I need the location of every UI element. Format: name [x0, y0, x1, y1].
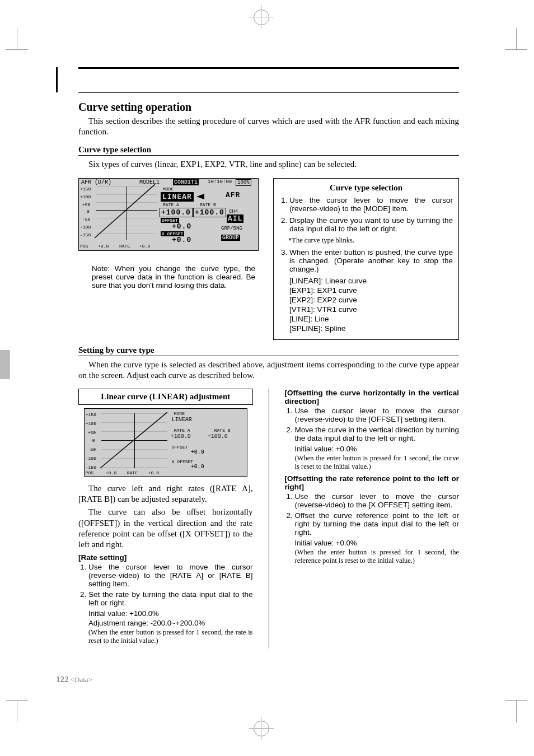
ytick: +150	[80, 186, 91, 192]
rate-initial: Initial value: +100.0%	[88, 609, 253, 618]
setting-by-curve-line: When the curve type is selected as descr…	[78, 360, 459, 381]
rate-setting-heading: [Rate setting]	[78, 553, 253, 562]
panel-step: Display the curve you want to use by tur…	[289, 216, 453, 233]
lcd-batt: 100%	[236, 179, 251, 186]
lcd-pos-value: +0.0	[98, 244, 109, 249]
curve-type-selection-line: Six types of curves (linear, EXP1, EXP2,…	[78, 159, 459, 170]
ytick: 0	[92, 438, 95, 443]
lcd-ail: AIL	[227, 214, 243, 223]
curve-change-note: Note: When you change the curve type, th…	[78, 262, 257, 292]
section-title: Curve setting operation	[78, 101, 459, 114]
lcd-rate-label: RATE	[119, 244, 130, 249]
xoffset-heading: [Offsetting the rate reference point to …	[285, 474, 460, 491]
ytick: -100	[86, 456, 96, 461]
lcd-clock: 10:10:00	[208, 179, 232, 185]
column-separator	[269, 389, 269, 648]
panel-step: Use the cursor lever to move the cursor …	[289, 196, 453, 213]
rate-step: Use the cursor lever to move the cursor …	[88, 563, 253, 588]
lcd2-rate-value: +0.0	[148, 470, 159, 475]
lcd2-mode-value: LINEAR	[172, 417, 192, 423]
ytick: +50	[82, 202, 90, 207]
ytick: +100	[86, 421, 96, 426]
xoffset-reset-note: (When the enter button is pressed for 1 …	[295, 548, 460, 565]
curve-type-selection-panel: Curve type selection Use the cursor leve…	[273, 178, 459, 340]
lcd2-pos-value: +0.0	[106, 470, 116, 475]
page-footer: 122 <Data>	[56, 675, 92, 684]
svg-line-1	[100, 412, 167, 468]
curve-line-icon	[89, 184, 155, 240]
lcd-ch: CH4	[229, 209, 238, 214]
lcd-screenshot-linear: +150 +100 +50 0 -50 -100 -150 MODE LINEA…	[84, 408, 247, 477]
xoffset-step: Offset the curve reference point to the …	[295, 511, 460, 536]
curve-option: [LINEAR]: Linear curve	[289, 277, 453, 285]
panel-step: When the enter button is pushed, the cur…	[289, 248, 453, 273]
panel-title: Curve type selection	[279, 183, 453, 193]
header-rule-thin	[78, 92, 459, 93]
ytick: -150	[80, 232, 91, 237]
ytick: -150	[86, 465, 96, 470]
lcd-mode-value: LINEAR	[161, 192, 194, 202]
lcd-xoffset-value: +0.0	[172, 236, 191, 244]
lcd-afr-tag: AFR	[226, 191, 240, 199]
svg-line-0	[95, 184, 155, 238]
offset-step: Use the cursor lever to move the cursor …	[295, 407, 460, 423]
lcd2-rate-a-value: +100.0	[171, 433, 191, 440]
curve-type-selection-heading: Curve type selection	[78, 145, 459, 156]
lcd2-pos-label: POS	[86, 470, 93, 475]
offset-initial: Initial value: +0.0%	[295, 445, 460, 453]
lcd2-xoffset-label: X OFFSET	[172, 459, 193, 464]
lcd-grpsng: GRP/SNG	[221, 226, 242, 231]
lcd-rate-value: +0.0	[139, 244, 150, 249]
curve-line-icon	[96, 412, 167, 469]
lcd2-rate-b-label: RATE B	[214, 428, 231, 433]
lcd-rate-b-label: RATE B	[200, 202, 216, 207]
intro-text: This section describes the setting proce…	[78, 116, 459, 137]
panel-blink-note: *The curve type blinks.	[288, 236, 453, 245]
setting-by-curve-heading: Setting by curve type	[78, 346, 459, 356]
rate-range: Adjustment range: -200.0~+200.0%	[88, 619, 253, 627]
lcd2-xoffset-value: +0.0	[191, 464, 204, 470]
lcd-rate-a-value: +100.0	[160, 208, 193, 217]
lcd-title-mid: MODEL1	[139, 179, 160, 185]
xoffset-step: Use the cursor lever to move the cursor …	[295, 492, 460, 509]
header-rule-thick	[78, 67, 459, 69]
ytick: +150	[86, 412, 96, 417]
footer-section: <Data>	[71, 675, 92, 684]
lcd-group: GROUP	[221, 235, 240, 241]
offset-step: Move the curve in the vertical direction…	[295, 426, 460, 442]
header-vrule	[56, 67, 58, 92]
curve-option: [VTR1]: VTR1 curve	[289, 305, 453, 314]
page-tab	[0, 350, 10, 379]
ytick: +50	[88, 430, 96, 435]
ytick: -50	[88, 447, 96, 452]
ytick: +100	[80, 194, 91, 199]
lcd2-rate-b-value: +100.0	[208, 433, 228, 440]
ytick: -50	[82, 217, 90, 222]
page-number: 122	[56, 675, 69, 684]
lcd-title-left: AFR (D/R)	[81, 179, 111, 185]
curve-option: [EXP2]: EXP2 curve	[289, 296, 453, 304]
arrow-left-icon	[196, 194, 204, 201]
curve-option: [EXP1]: EXP1 curve	[289, 286, 453, 295]
lcd2-rate-a-label: RATE A	[174, 428, 190, 433]
lcd-condition: CONDIT1	[173, 179, 199, 185]
lcd-pos-label: POS	[80, 244, 88, 249]
lcd-screenshot-afr: AFR (D/R) MODEL1 CONDIT1 10:10:00 100% +…	[78, 178, 259, 251]
offset-vertical-heading: [Offsetting the curve horizontally in th…	[285, 389, 460, 405]
lcd2-offset-value: +0.0	[191, 449, 204, 455]
lcd-rate-a-label: RATE A	[163, 202, 179, 207]
lcd2-offset-label: OFFSET	[172, 445, 188, 450]
curve-option: [LINE]: Line	[289, 315, 453, 323]
linear-p2: The curve can also be offset horizontall…	[78, 507, 253, 550]
curve-option: [SPLINE]: Spline	[289, 324, 453, 333]
linear-adjustment-title: Linear curve (LINEAR) adjustment	[78, 389, 253, 405]
lcd-offset-value: +0.0	[172, 222, 191, 231]
lcd2-mode-label: MODE	[174, 411, 185, 416]
xoffset-initial: Initial value: +0.0%	[295, 539, 460, 547]
linear-p1: The curve left and right rates ([RATE A]…	[78, 483, 253, 505]
ytick: -100	[80, 225, 91, 230]
rate-step: Set the rate by turning the data input d…	[88, 590, 253, 607]
lcd-rate-b-value: +100.0	[193, 208, 226, 217]
offset-reset-note: (When the enter button is pressed for 1 …	[295, 454, 460, 471]
lcd2-rate-label: RATE	[127, 470, 138, 475]
